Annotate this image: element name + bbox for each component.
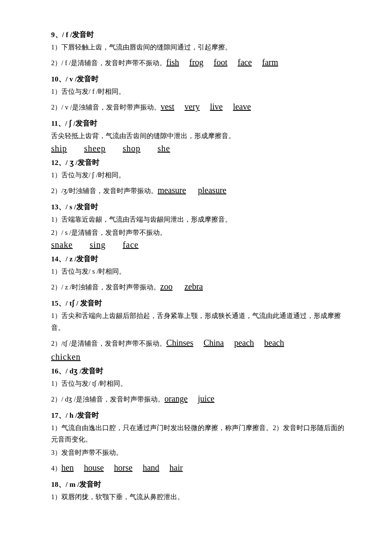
word-zebra: zebra xyxy=(184,282,203,291)
section-18: 18、/ m /发音时 1）双唇闭拢，软颚下垂，气流从鼻腔泄出。 xyxy=(51,480,349,503)
section-10-title: 10、/ v /发音时 xyxy=(51,74,349,84)
word-beach: beach xyxy=(264,338,284,347)
word-sing: sing xyxy=(90,240,106,250)
word-house: house xyxy=(84,463,104,472)
section-10-line-1: 1）舌位与发/ f /时相同。 xyxy=(51,86,349,97)
word-sheep: sheep xyxy=(84,144,106,153)
section-12-line-2: 2）/ʒ/时浊辅音，发音时声带振动。measure pleasure xyxy=(51,182,349,198)
section-9-line-1: 1）下唇轻触上齿，气流由唇齿间的缝隙间通过，引起摩擦。 xyxy=(51,41,349,53)
word-leave: leave xyxy=(233,102,251,111)
word-snake: snake xyxy=(51,240,73,250)
section-16-line-2: 2）/ dʒ /是浊辅音，发音时声带振动。orange juice xyxy=(51,391,349,406)
section-17: 17、/ h /发音时 1）气流自由逸出口腔，只在通过声门时发出轻微的摩擦，称声… xyxy=(51,410,349,476)
section-14-line-2: 2）/ z /时浊辅音，发音时声带振动。zoo zebra xyxy=(51,279,349,294)
section-14-prefix-2: 2）/ z /时浊辅音，发音时声带振动。 xyxy=(51,283,160,291)
section-12: 12、/ ʒ /发音时 1）舌位与发/ ʃ /时相同。 2）/ʒ/时浊辅音，发音… xyxy=(51,158,349,198)
section-15-extra: chicken xyxy=(51,352,349,362)
word-pleasure: pleasure xyxy=(198,185,227,195)
section-9-line-2: 2）/ f /是清辅音，发音时声带不振动。fish frog foot face… xyxy=(51,55,349,70)
section-12-prefix-2: 2）/ʒ/时浊辅音，发音时声带振动。 xyxy=(51,187,158,194)
section-16-prefix-2: 2）/ dʒ /是浊辅音，发音时声带振动。 xyxy=(51,396,164,403)
section-18-title: 18、/ m /发音时 xyxy=(51,480,349,489)
word-foot: foot xyxy=(214,58,228,67)
section-14: 14、/ z /发音时 1）舌位与发/ s /时相同。 2）/ z /时浊辅音，… xyxy=(51,254,349,294)
word-hand: hand xyxy=(143,463,159,472)
word-china: China xyxy=(204,338,224,347)
word-she: she xyxy=(158,144,170,153)
word-live: live xyxy=(210,102,223,111)
word-chinses: Chinses xyxy=(166,338,193,347)
word-peach: peach xyxy=(234,338,254,347)
section-9: 9、/ f /发音时 1）下唇轻触上齿，气流由唇齿间的缝隙间通过，引起摩擦。 2… xyxy=(51,30,349,70)
section-13-line-2: 2）/ s /是清辅音，发音时声带不振动。 xyxy=(51,227,349,238)
section-17-line-3: 3）发音时声带不振动。 xyxy=(51,447,349,458)
word-very: very xyxy=(184,102,200,111)
section-9-prefix-2: 2）/ f /是清辅音，发音时声带不振动。 xyxy=(51,59,166,66)
section-10-line-2: 2）/ v /是浊辅音，发音时带声振动。vest very live leave xyxy=(51,99,349,114)
word-hen: hen xyxy=(61,463,74,472)
word-ship: ship xyxy=(51,144,67,153)
section-9-title: 9、/ f /发音时 xyxy=(51,30,349,40)
section-10-prefix-2: 2）/ v /是浊辅音，发音时带声振动。 xyxy=(51,104,161,111)
section-17-prefix-4: 4） xyxy=(51,465,61,472)
section-13-title: 13、/ s /发音时 xyxy=(51,202,349,212)
word-face-s: face xyxy=(123,240,138,250)
word-zoo: zoo xyxy=(160,282,173,291)
section-18-line-1: 1）双唇闭拢，软颚下垂，气流从鼻腔泄出。 xyxy=(51,491,349,503)
word-juice: juice xyxy=(198,394,214,403)
word-measure: measure xyxy=(158,185,186,195)
section-12-line-1: 1）舌位与发/ ʃ /时相同。 xyxy=(51,169,349,181)
section-17-line-1: 1）气流自由逸出口腔，只在通过声门时发出轻微的摩擦，称声门摩擦音。2）发音时口形… xyxy=(51,422,349,445)
section-11-examples: ship sheep shop she xyxy=(51,144,349,153)
word-orange: orange xyxy=(164,394,187,403)
section-14-line-1: 1）舌位与发/ s /时相同。 xyxy=(51,266,349,277)
word-horse: horse xyxy=(114,463,133,472)
section-16-title: 16、/ dʒ /发音时 xyxy=(51,366,349,376)
section-14-title: 14、/ z /发音时 xyxy=(51,254,349,264)
section-17-line-4: 4）hen house horse hand hair xyxy=(51,460,349,475)
word-hair: hair xyxy=(170,463,183,472)
content: 9、/ f /发音时 1）下唇轻触上齿，气流由唇齿间的缝隙间通过，引起摩擦。 2… xyxy=(51,30,349,503)
section-15: 15、/ tʃ / 发音时 1）舌尖和舌端向上齿龈后部抬起，舌身紧靠上颚，形成狭… xyxy=(51,298,349,361)
section-15-prefix-2: 2）/tʃ /是清辅音，发音时声带不振动。 xyxy=(51,340,166,347)
word-shop: shop xyxy=(123,144,141,153)
section-13-examples: snake sing face xyxy=(51,240,349,250)
section-13: 13、/ s /发音时 1）舌端靠近齿龈，气流由舌端与齿龈间泄出，形成摩擦音。 … xyxy=(51,202,349,250)
section-12-title: 12、/ ʒ /发音时 xyxy=(51,158,349,168)
section-15-title: 15、/ tʃ / 发音时 xyxy=(51,298,349,308)
word-chicken: chicken xyxy=(51,352,81,362)
section-10: 10、/ v /发音时 1）舌位与发/ f /时相同。 2）/ v /是浊辅音，… xyxy=(51,74,349,114)
section-11-title: 11、/ ʃ /发音时 xyxy=(51,119,349,128)
section-15-line-1: 1）舌尖和舌端向上齿龈后部抬起，舌身紧靠上颚，形成狭长通道，气流由此通道通过，形… xyxy=(51,310,349,333)
section-17-title: 17、/ h /发音时 xyxy=(51,410,349,420)
section-13-line-1: 1）舌端靠近齿龈，气流由舌端与齿龈间泄出，形成摩擦音。 xyxy=(51,214,349,225)
section-16-line-1: 1）舌位与发/ tʃ /时相同。 xyxy=(51,378,349,389)
word-vest: vest xyxy=(161,102,174,111)
word-face: face xyxy=(238,58,252,67)
section-16: 16、/ dʒ /发音时 1）舌位与发/ tʃ /时相同。 2）/ dʒ /是浊… xyxy=(51,366,349,406)
word-farm: farm xyxy=(262,58,278,67)
section-11: 11、/ ʃ /发音时 舌尖轻抵上齿背，气流由舌齿间的缝隙中泄出，形成摩擦音。 … xyxy=(51,119,349,153)
section-15-line-2: 2）/tʃ /是清辅音，发音时声带不振动。Chinses China peach… xyxy=(51,335,349,350)
word-fish: fish xyxy=(166,58,179,67)
section-11-line-1: 舌尖轻抵上齿背，气流由舌齿间的缝隙中泄出，形成摩擦音。 xyxy=(51,130,349,142)
word-frog: frog xyxy=(189,58,203,67)
